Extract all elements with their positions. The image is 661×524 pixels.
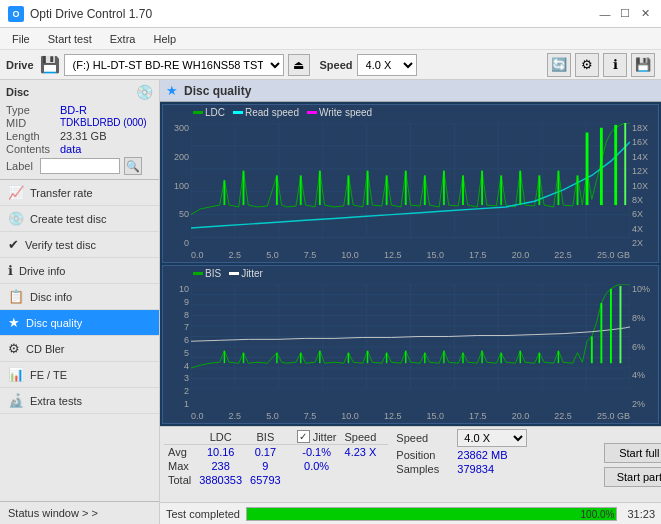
ldc-chart-legend: LDC Read speed Write speed xyxy=(193,107,372,118)
position-label: Position xyxy=(396,449,451,461)
col-speed: Speed xyxy=(341,429,381,445)
toolbar: Drive 💾 (F:) HL-DT-ST BD-RE WH16NS58 TST… xyxy=(0,50,661,80)
bis-y-axis-right: 10%8%6%4%2% xyxy=(630,284,658,409)
ldc-chart: LDC Read speed Write speed 300200100500 xyxy=(162,104,659,263)
content-header-icon: ★ xyxy=(166,83,178,98)
progress-fill xyxy=(247,508,616,520)
speed-dropdown-label: Speed xyxy=(396,432,451,444)
speed-dropdown[interactable]: 4.0 X xyxy=(457,429,527,447)
stats-row-max: Max 238 9 0.0% xyxy=(164,459,388,473)
fe-te-icon: 📊 xyxy=(8,367,24,382)
disc-quality-icon: ★ xyxy=(8,315,20,330)
max-label: Max xyxy=(164,459,195,473)
nav-label-disc-info: Disc info xyxy=(30,291,72,303)
nav-label-create-test-disc: Create test disc xyxy=(30,213,106,225)
label-button[interactable]: 🔍 xyxy=(124,157,142,175)
start-full-button[interactable]: Start full xyxy=(604,443,661,463)
start-buttons: Start full Start part xyxy=(604,429,661,500)
app-logo: O xyxy=(8,6,24,22)
sidebar-item-create-test-disc[interactable]: 💿 Create test disc xyxy=(0,206,159,232)
close-button[interactable]: ✕ xyxy=(637,6,653,22)
sidebar-item-disc-quality[interactable]: ★ Disc quality xyxy=(0,310,159,336)
menu-start-test[interactable]: Start test xyxy=(40,32,100,46)
jitter-checkbox[interactable] xyxy=(297,430,310,443)
read-speed-legend-item: Read speed xyxy=(233,107,299,118)
save-button[interactable]: 💾 xyxy=(631,53,655,77)
menu-help[interactable]: Help xyxy=(145,32,184,46)
verify-test-disc-icon: ✔ xyxy=(8,237,19,252)
sidebar-item-verify-test-disc[interactable]: ✔ Verify test disc xyxy=(0,232,159,258)
sidebar-item-extra-tests[interactable]: 🔬 Extra tests xyxy=(0,388,159,414)
read-speed-legend-dot xyxy=(233,111,243,114)
app-title: Opti Drive Control 1.70 xyxy=(30,7,152,21)
drive-label: Drive xyxy=(6,59,34,71)
cd-bler-icon: ⚙ xyxy=(8,341,20,356)
write-speed-legend-label: Write speed xyxy=(319,107,372,118)
total-label: Total xyxy=(164,473,195,487)
drive-select[interactable]: (F:) HL-DT-ST BD-RE WH16NS58 TST4 xyxy=(64,54,284,76)
refresh-button[interactable]: 🔄 xyxy=(547,53,571,77)
mid-key: MID xyxy=(6,117,56,129)
samples-value: 379834 xyxy=(457,463,494,475)
bis-legend-dot xyxy=(193,272,203,275)
status-window-button[interactable]: Status window > > xyxy=(0,501,159,524)
disc-icon: 💿 xyxy=(136,84,153,100)
sidebar-item-fe-te[interactable]: 📊 FE / TE xyxy=(0,362,159,388)
menu-extra[interactable]: Extra xyxy=(102,32,144,46)
nav-label-transfer-rate: Transfer rate xyxy=(30,187,93,199)
stats-row-total: Total 3880353 65793 xyxy=(164,473,388,487)
avg-speed: 4.23 X xyxy=(341,445,381,460)
max-ldc: 238 xyxy=(195,459,246,473)
read-speed-legend-label: Read speed xyxy=(245,107,299,118)
avg-bis: 0.17 xyxy=(246,445,285,460)
stats-row-avg: Avg 10.16 0.17 -0.1% 4.23 X xyxy=(164,445,388,460)
contents-key: Contents xyxy=(6,143,56,155)
bis-x-axis: 0.02.55.07.510.012.515.017.520.022.525.0… xyxy=(191,411,630,421)
max-jitter: 0.0% xyxy=(293,459,341,473)
progress-label: 100.0% xyxy=(581,508,615,522)
transfer-rate-icon: 📈 xyxy=(8,185,24,200)
status-window-label: Status window > > xyxy=(8,507,98,519)
speed-select[interactable]: 4.0 X Max 2.0 X 8.0 X xyxy=(357,54,417,76)
col-bis: BIS xyxy=(246,429,285,445)
stats-area: LDC BIS Jitter Speed xyxy=(160,426,661,502)
ldc-legend-item: LDC xyxy=(193,107,225,118)
write-speed-legend-item: Write speed xyxy=(307,107,372,118)
sidebar-item-disc-info[interactable]: 📋 Disc info xyxy=(0,284,159,310)
contents-value: data xyxy=(60,143,81,155)
info-button[interactable]: ℹ xyxy=(603,53,627,77)
status-text: Test completed xyxy=(166,508,240,520)
length-value: 23.31 GB xyxy=(60,130,106,142)
label-input[interactable] xyxy=(40,158,120,174)
main-layout: Disc 💿 Type BD-R MID TDKBLDRBD (000) Len… xyxy=(0,80,661,524)
sidebar-item-drive-info[interactable]: ℹ Drive info xyxy=(0,258,159,284)
sidebar-item-cd-bler[interactable]: ⚙ CD Bler xyxy=(0,336,159,362)
jitter-legend-dot xyxy=(229,272,239,275)
nav-label-fe-te: FE / TE xyxy=(30,369,67,381)
label-key: Label xyxy=(6,160,36,172)
speed-label: Speed xyxy=(320,59,353,71)
disc-panel: Disc 💿 Type BD-R MID TDKBLDRBD (000) Len… xyxy=(0,80,159,180)
title-bar: O Opti Drive Control 1.70 — ☐ ✕ xyxy=(0,0,661,28)
maximize-button[interactable]: ☐ xyxy=(617,6,633,22)
col-jitter-header: Jitter xyxy=(293,429,341,445)
menu-file[interactable]: File xyxy=(4,32,38,46)
type-key: Type xyxy=(6,104,56,116)
drive-info-icon: ℹ xyxy=(8,263,13,278)
ldc-legend-dot xyxy=(193,111,203,114)
stats-table: LDC BIS Jitter Speed xyxy=(164,429,388,500)
sidebar-item-transfer-rate[interactable]: 📈 Transfer rate xyxy=(0,180,159,206)
type-value: BD-R xyxy=(60,104,87,116)
eject-button[interactable]: ⏏ xyxy=(288,54,310,76)
content-header-title: Disc quality xyxy=(184,84,251,98)
bis-chart-svg xyxy=(191,284,630,389)
settings-button[interactable]: ⚙ xyxy=(575,53,599,77)
total-bis: 65793 xyxy=(246,473,285,487)
start-part-button[interactable]: Start part xyxy=(604,467,661,487)
col-ldc: LDC xyxy=(195,429,246,445)
nav-label-verify-test-disc: Verify test disc xyxy=(25,239,96,251)
bottom-status-bar: Test completed 100.0% 31:23 xyxy=(160,502,661,524)
minimize-button[interactable]: — xyxy=(597,6,613,22)
bis-legend-item: BIS xyxy=(193,268,221,279)
window-controls: — ☐ ✕ xyxy=(597,6,653,22)
